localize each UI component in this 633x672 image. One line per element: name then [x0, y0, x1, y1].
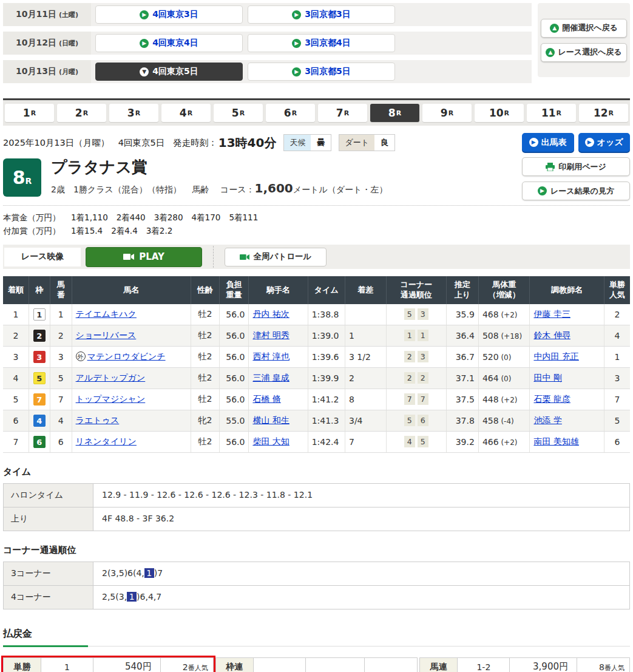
horse-name-link[interactable]: ラエトゥス: [76, 415, 120, 425]
jockey-name-link[interactable]: 三浦 皇成: [252, 373, 289, 382]
payout-combination: 1: [41, 658, 93, 672]
chevron-right-circle-icon: ▶: [585, 138, 594, 147]
race-tab-suffix: R: [83, 109, 88, 117]
how-to-read-button[interactable]: ▶ レース結果の見方: [522, 182, 630, 200]
payout-group-枠連: 枠連: [215, 657, 418, 672]
race-tab-number: 10: [489, 107, 504, 119]
frame-number-badge: 5: [33, 372, 46, 384]
date-selector: 10月11日(土曜)▶4回東京3日▶3回京都3日10月12日(日曜)▶4回東京4…: [3, 3, 630, 89]
horse-number: 6: [50, 431, 72, 452]
trainer-name-link[interactable]: 石栗 龍彦: [533, 394, 570, 404]
payout-heading: 払戻金: [3, 628, 630, 640]
payout-group-単勝: 単勝1540円2番人気: [3, 657, 214, 672]
column-header: 調教師名: [530, 276, 604, 304]
meeting-button[interactable]: ▼4回東京5日: [95, 63, 243, 81]
race-tab-5r[interactable]: 5R: [214, 104, 263, 122]
race-tab-6r[interactable]: 6R: [266, 104, 315, 122]
margin: 3/4: [345, 410, 386, 431]
trainer-name-link[interactable]: 鈴木 伸尋: [533, 330, 570, 340]
table-row: 577トップマジシャン牡256.0石橋 脩1:41.287737.5448 (+…: [3, 389, 630, 410]
start-time-label: 発走時刻：: [173, 137, 217, 149]
winner-highlight: 1: [127, 592, 137, 602]
trainer-name-link[interactable]: 南田 美知雄: [533, 436, 578, 446]
race-tab-suffix: R: [504, 109, 509, 117]
corner-position-badge: 6: [418, 415, 428, 426]
race-tab-9r[interactable]: 9R: [422, 104, 472, 122]
prize-value: 15.4: [84, 226, 103, 236]
trainer-name-link[interactable]: 中内田 充正: [533, 351, 578, 361]
race-tab-suffix: R: [135, 109, 140, 117]
race-tab-4r[interactable]: 4R: [161, 104, 211, 122]
table-row: 766リネンタイリン牡256.0柴田 大知1:42.474539.2466 (+…: [3, 431, 630, 452]
body-weight-diff: (+18): [499, 332, 523, 341]
race-tab-number: 11: [541, 107, 556, 119]
payout-bet-type: 単勝: [4, 658, 41, 672]
race-tab-10r[interactable]: 10R: [475, 104, 524, 122]
race-tab-3r[interactable]: 3R: [109, 104, 158, 122]
trainer-name-link[interactable]: 池添 学: [533, 415, 561, 425]
trainer-cell: 中内田 充正: [530, 346, 604, 367]
horse-name-link[interactable]: トップマジシャン: [76, 394, 146, 404]
race-tab-7r[interactable]: 7R: [318, 104, 367, 122]
horse-name-cell: ショーリバース: [72, 325, 191, 346]
horse-name-link[interactable]: ショーリバース: [76, 330, 137, 340]
meeting-button[interactable]: ▶4回東京3日: [95, 5, 243, 24]
sex-age: 牡2: [191, 304, 220, 325]
prize-value: 2.2: [160, 226, 172, 236]
race-tab-suffix: R: [396, 109, 401, 117]
odds-label: オッズ: [597, 137, 623, 148]
table-row: 111テイエムキハク牡256.0丹内 祐次1:38.85335.9468 (+2…: [3, 304, 630, 325]
trainer-name-link[interactable]: 伊藤 圭三: [533, 309, 570, 319]
column-header: 推定 上り: [447, 276, 479, 304]
finish-time: 1:39.9: [308, 367, 345, 389]
back-to-race-select-button[interactable]: ▲ レース選択へ戻る: [541, 43, 627, 62]
race-tab-1r[interactable]: 1R: [5, 104, 54, 122]
column-header: 着差: [345, 276, 386, 304]
jockey-name-link[interactable]: 横山 和生: [252, 415, 289, 425]
odds-button[interactable]: ▶ オッズ: [578, 133, 631, 152]
time-table: ハロンタイム12.9 - 11.9 - 12.6 - 12.6 - 12.6 -…: [3, 483, 630, 531]
finish-time: 1:41.3: [308, 410, 345, 431]
meeting-button[interactable]: ▶3回京都3日: [248, 5, 395, 24]
prize-value: 170: [205, 212, 221, 222]
meeting-buttons: ▶4回東京4日▶3回京都4日: [91, 32, 532, 55]
favorite-suffix: 番人気: [188, 664, 208, 672]
race-tab-2r[interactable]: 2R: [57, 104, 106, 122]
print-page-button[interactable]: 印刷用ページ: [522, 157, 630, 176]
meeting-button[interactable]: ▶3回京都5日: [248, 63, 395, 81]
body-weight-cell: 448 (+2): [478, 389, 530, 410]
horse-name-link[interactable]: リネンタイリン: [76, 436, 137, 446]
corner-row-label: 4コーナー: [4, 586, 93, 609]
horse-number: 4: [50, 410, 72, 431]
time-row-label: ハロンタイム: [4, 484, 93, 507]
prize-money: 本賞金（万円） 1着1,1102着4403着2804着1705着111 付加賞（…: [3, 205, 630, 237]
jockey-name-link[interactable]: 西村 淳也: [252, 351, 289, 361]
jockey-name-link[interactable]: 柴田 大知: [252, 436, 289, 446]
margin: [345, 304, 386, 325]
trainer-name-link[interactable]: 田中 剛: [533, 373, 561, 382]
win-favorite-rank: 5: [604, 410, 630, 431]
main-prize-row: 本賞金（万円） 1着1,1102着4403着2804着1705着111: [3, 211, 630, 225]
patrol-video-button[interactable]: 全周パトロール: [225, 248, 327, 266]
column-header: タイム: [308, 276, 345, 304]
horse-name-link[interactable]: アルデトップガン: [76, 373, 146, 382]
horse-name-link[interactable]: テイエムキハク: [76, 309, 137, 319]
corner-order-after: )6,4,7: [137, 592, 161, 602]
jockey-name-link[interactable]: 丹内 祐次: [252, 309, 289, 319]
race-tab-12r[interactable]: 12R: [579, 104, 628, 122]
meeting-button[interactable]: ▶3回京都4日: [248, 34, 395, 52]
date-table: 10月11日(土曜)▶4回東京3日▶3回京都3日10月12日(日曜)▶4回東京4…: [3, 3, 532, 89]
jockey-name-link[interactable]: 津村 明秀: [252, 330, 289, 340]
jockey-name-link[interactable]: 石橋 脩: [252, 394, 280, 404]
chevron-right-circle-icon: ▶: [140, 10, 149, 19]
race-results-table: 着順枠馬 番馬名性齢負担 重量騎手名タイム着差コーナー 通過順位推定 上り馬体重…: [3, 276, 630, 453]
entry-table-button[interactable]: ▶ 出馬表: [522, 133, 574, 152]
race-tab-8r[interactable]: 8R: [370, 104, 419, 122]
meeting-button[interactable]: ▶4回東京4日: [95, 34, 243, 52]
race-number-tabs: 1R2R3R4R5R6R7R8R9R10R11R12R: [3, 98, 630, 126]
race-tab-11r[interactable]: 11R: [527, 104, 576, 122]
horse-name-link[interactable]: マテンロウダビンチ: [87, 351, 166, 361]
back-to-meeting-button[interactable]: ▲ 開催選択へ戻る: [541, 19, 627, 38]
weather-label: 天候: [284, 135, 311, 151]
play-button[interactable]: PLAY: [86, 247, 202, 267]
